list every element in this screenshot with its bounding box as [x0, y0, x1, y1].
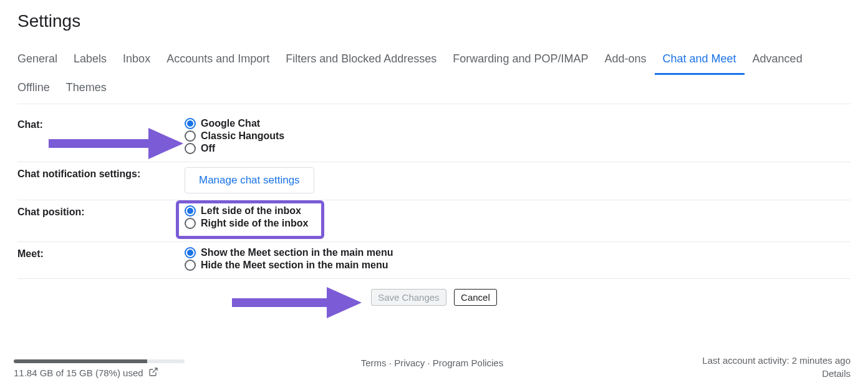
radio-left-side[interactable]: Left side of the inbox [185, 205, 851, 217]
radio-right-side[interactable]: Right side of the inbox [185, 218, 851, 229]
storage-fill [14, 359, 147, 363]
svg-line-4 [152, 368, 157, 373]
tab-addons[interactable]: Add-ons [596, 46, 654, 75]
details-link[interactable]: Details [702, 368, 851, 379]
setting-label-chat-notif: Chat notification settings: [17, 167, 185, 193]
save-changes-button: Save Changes [371, 289, 446, 306]
setting-row-chat-notif: Chat notification settings: Manage chat … [17, 162, 851, 200]
cancel-button[interactable]: Cancel [454, 289, 497, 306]
setting-label-meet: Meet: [17, 247, 185, 272]
radio-icon [185, 205, 196, 217]
setting-row-meet: Meet: Show the Meet section in the main … [17, 242, 851, 279]
radio-google-chat[interactable]: Google Chat [185, 118, 851, 129]
action-button-row: Save Changes Cancel [17, 279, 851, 316]
tab-labels[interactable]: Labels [65, 46, 115, 75]
radio-icon [185, 247, 196, 258]
radio-label: Hide the Meet section in the main menu [201, 260, 388, 271]
privacy-link[interactable]: Privacy [394, 358, 425, 368]
radio-label: Right side of the inbox [201, 218, 308, 229]
radio-label: Left side of the inbox [201, 205, 301, 217]
page-footer: 11.84 GB of 15 GB (78%) used Terms · Pri… [14, 355, 851, 379]
tab-filters[interactable]: Filters and Blocked Addresses [277, 46, 445, 75]
radio-show-meet[interactable]: Show the Meet section in the main menu [185, 247, 851, 258]
storage-bar [14, 359, 185, 363]
radio-icon [185, 218, 196, 229]
setting-row-chat-position: Chat position: Left side of the inbox Ri… [17, 200, 851, 242]
tab-chat-and-meet[interactable]: Chat and Meet [655, 46, 745, 75]
settings-tabs: General Labels Inbox Accounts and Import… [17, 46, 851, 104]
terms-link[interactable]: Terms [361, 358, 387, 368]
setting-label-chat: Chat: [17, 118, 185, 155]
setting-label-chat-position: Chat position: [17, 205, 185, 230]
policies-link[interactable]: Program Policies [433, 358, 503, 368]
radio-hide-meet[interactable]: Hide the Meet section in the main menu [185, 260, 851, 271]
manage-chat-settings-button[interactable]: Manage chat settings [185, 167, 314, 193]
radio-icon [185, 130, 196, 142]
radio-icon [185, 118, 196, 129]
tab-themes[interactable]: Themes [58, 75, 115, 104]
external-link-icon[interactable] [148, 367, 158, 379]
tab-accounts[interactable]: Accounts and Import [158, 46, 277, 75]
tab-offline[interactable]: Offline [17, 75, 58, 104]
tab-advanced[interactable]: Advanced [745, 46, 811, 75]
radio-label: Show the Meet section in the main menu [201, 247, 393, 258]
tab-forwarding[interactable]: Forwarding and POP/IMAP [445, 46, 596, 75]
radio-classic-hangouts[interactable]: Classic Hangouts [185, 130, 851, 142]
radio-label: Google Chat [201, 118, 260, 129]
tab-general[interactable]: General [17, 46, 65, 75]
tab-inbox[interactable]: Inbox [115, 46, 158, 75]
setting-row-chat: Chat: Google Chat Classic Hangouts Off [17, 113, 851, 162]
storage-text: 11.84 GB of 15 GB (78%) used [14, 368, 143, 378]
radio-label: Off [201, 143, 215, 154]
radio-label: Classic Hangouts [201, 130, 284, 142]
radio-icon [185, 260, 196, 271]
page-title: Settings [17, 11, 851, 31]
last-activity-text: Last account activity: 2 minutes ago [702, 355, 851, 366]
radio-icon [185, 143, 196, 154]
radio-off[interactable]: Off [185, 143, 851, 154]
